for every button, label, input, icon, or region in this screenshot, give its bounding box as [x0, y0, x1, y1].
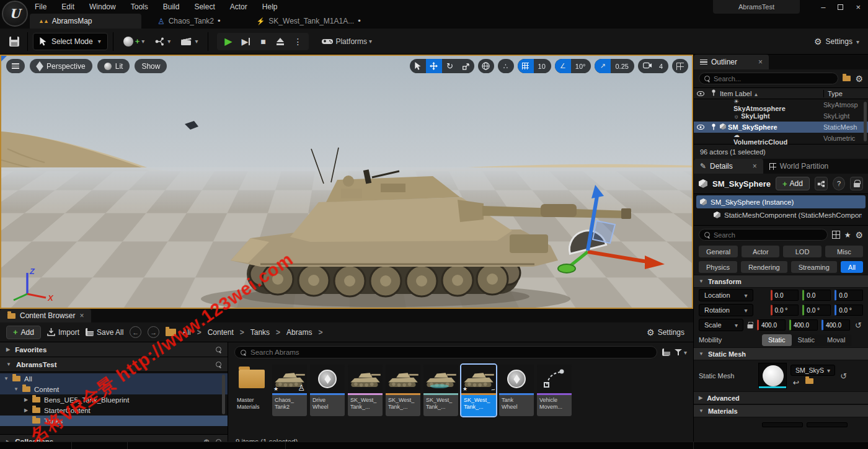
mobility-stationary[interactable]: Static	[792, 334, 822, 346]
menu-build[interactable]: Build	[163, 2, 180, 11]
menu-file[interactable]: File	[35, 2, 46, 11]
outliner-row[interactable]: ☼ SkyLight SkyLight	[694, 110, 868, 122]
chip-lod[interactable]: LOD	[783, 246, 821, 257]
cb-settings-button[interactable]: ⚙ Settings	[647, 327, 684, 337]
viewport-menu-button[interactable]	[6, 59, 25, 73]
close-icon[interactable]: ×	[753, 162, 757, 171]
search-icon[interactable]	[216, 362, 221, 367]
rotation-z-field[interactable]: 0.0 °	[835, 305, 863, 316]
lock-button[interactable]	[850, 177, 863, 190]
outliner-search-input[interactable]	[714, 75, 833, 82]
use-selected-icon[interactable]: ↩	[793, 378, 799, 387]
back-button[interactable]: ←	[130, 326, 141, 338]
outliner-row[interactable]: ☀ SkyAtmosphere SkyAtmosp	[694, 99, 868, 110]
pin-icon[interactable]	[707, 123, 720, 131]
cinematics-button[interactable]: ▾	[180, 37, 198, 47]
convert-to-blueprint-button[interactable]	[815, 177, 828, 190]
menu-edit[interactable]: Edit	[61, 2, 74, 11]
asset-tank-wheel[interactable]: TankWheel	[499, 365, 534, 416]
chip-streaming[interactable]: Streaming	[791, 261, 837, 273]
tab-chaos-tank2[interactable]: ♙ Chaos_Tank2 •	[149, 14, 229, 29]
world-local-toggle[interactable]	[478, 59, 494, 73]
play-options-button[interactable]: ⋮	[290, 35, 305, 48]
material-slot-partial[interactable]	[762, 422, 803, 427]
scale-tool-button[interactable]	[458, 59, 474, 73]
close-button[interactable]: ×	[856, 2, 861, 12]
static-mesh-section-header[interactable]: ▼ Static Mesh	[694, 347, 868, 360]
blueprints-button[interactable]: ▾	[154, 37, 170, 47]
static-mesh-dropdown[interactable]: SM_SkyS▾	[790, 365, 835, 376]
outliner-tab[interactable]: Outliner ×	[694, 55, 769, 69]
eye-icon[interactable]	[694, 123, 707, 131]
show-flags-dropdown[interactable]: Show	[135, 59, 167, 73]
editor-settings-dropdown[interactable]: ⚙ Settings ▾	[814, 29, 859, 55]
asset-sk-west-tank-3[interactable]: SK_West_Tank_...	[423, 365, 458, 416]
chip-all[interactable]: All	[841, 261, 863, 273]
search-icon[interactable]	[216, 347, 221, 352]
asset-search[interactable]	[234, 346, 657, 358]
location-x-field[interactable]: 0.0	[771, 290, 799, 301]
favorites-section[interactable]: ▶ Favorites	[0, 342, 228, 357]
scale-snap-value[interactable]: 0.25	[611, 63, 634, 70]
asset-master-materials[interactable]: MasterMaterials	[234, 365, 269, 416]
tree-scrollbar[interactable]	[222, 375, 225, 414]
details-tab[interactable]: ✎ Details ×	[694, 159, 763, 174]
chip-physics[interactable]: Physics	[699, 261, 737, 273]
outliner-scrollbar[interactable]	[864, 102, 867, 141]
item-label-column[interactable]: Item Label ▲	[720, 90, 823, 97]
scale-snap-toggle[interactable]: ↗	[595, 59, 611, 73]
breadcrumb-content[interactable]: Content	[208, 328, 234, 337]
save-level-button[interactable]	[6, 33, 22, 50]
chip-misc[interactable]: Misc	[825, 246, 863, 257]
revert-icon[interactable]: ↺	[855, 321, 862, 330]
chip-rendering[interactable]: Rendering	[741, 261, 787, 273]
scale-z-field[interactable]: 400.0	[822, 319, 850, 331]
asset-sk-west-tank-selected[interactable]: ★ ~ SK_West_Tank_...	[461, 365, 496, 416]
grid-snap-toggle[interactable]	[518, 59, 534, 73]
location-dropdown[interactable]: Location▾	[699, 289, 753, 301]
component-row-instance[interactable]: SM_SkySphere (Instance)	[696, 195, 866, 208]
tab-sk-west-tank[interactable]: ⚡ SK_West_Tank_M1A1A... •	[248, 14, 370, 29]
select-mode-dropdown[interactable]: Select Mode ▾	[33, 33, 108, 50]
add-actor-button[interactable]: + ▾	[123, 37, 145, 47]
lit-mode-dropdown[interactable]: Lit	[97, 59, 130, 73]
menu-help[interactable]: Help	[262, 2, 278, 11]
camera-speed-control[interactable]: 4	[638, 59, 668, 73]
menu-window[interactable]: Window	[89, 2, 116, 11]
asset-drive-wheel[interactable]: DriveWheel	[310, 365, 345, 416]
tab-abramsmap[interactable]: ▲▲ AbramsMap	[30, 14, 141, 29]
menu-select[interactable]: Select	[194, 2, 215, 11]
transform-section-header[interactable]: ▼ Transform	[694, 275, 868, 288]
tree-item-startercontent[interactable]: ▶StarterContent	[0, 405, 228, 416]
asset-sk-west-tank-2[interactable]: SK_West_Tank_...	[386, 365, 420, 416]
asset-chaos-tank2[interactable]: ★ ♙ Chaos_Tank2	[272, 365, 307, 416]
advanced-section-header[interactable]: ▶ Advanced	[694, 391, 868, 404]
content-browser-tab[interactable]: Content Browser ×	[0, 309, 91, 322]
unreal-logo[interactable]: U	[2, 1, 28, 27]
details-search[interactable]	[699, 229, 828, 241]
grid-snap-value[interactable]: 10	[534, 63, 551, 70]
outliner-settings-icon[interactable]: ⚙	[855, 74, 863, 84]
chip-actor[interactable]: Actor	[742, 246, 779, 257]
maximize-viewport-button[interactable]	[672, 59, 688, 73]
play-button[interactable]: ▶	[221, 35, 236, 48]
rotation-dropdown[interactable]: Rotation▾	[699, 304, 753, 316]
menu-tools[interactable]: Tools	[131, 2, 148, 11]
breadcrumb-abrams[interactable]: Abrams	[286, 328, 312, 337]
location-z-field[interactable]: 0.0	[835, 290, 863, 301]
save-search-icon[interactable]	[662, 349, 670, 356]
cb-add-button[interactable]: + Add	[6, 326, 41, 339]
frame-skip-button[interactable]: ▶	[238, 35, 253, 48]
platforms-dropdown[interactable]: Platforms ▾	[321, 37, 372, 46]
scale-x-field[interactable]: 400.0	[757, 319, 786, 331]
display-options-icon[interactable]	[832, 231, 840, 239]
minimize-button[interactable]: –	[821, 2, 825, 12]
details-search-input[interactable]	[714, 231, 822, 239]
rotation-y-field[interactable]: 0.0 °	[802, 305, 831, 316]
select-tool-button[interactable]	[410, 59, 426, 73]
material-slot-partial[interactable]	[807, 422, 848, 427]
scale-lock-icon[interactable]	[748, 322, 753, 329]
world-partition-tab[interactable]: World Partition	[763, 159, 835, 174]
menu-actor[interactable]: Actor	[230, 2, 247, 11]
type-column[interactable]: Type	[823, 90, 868, 97]
